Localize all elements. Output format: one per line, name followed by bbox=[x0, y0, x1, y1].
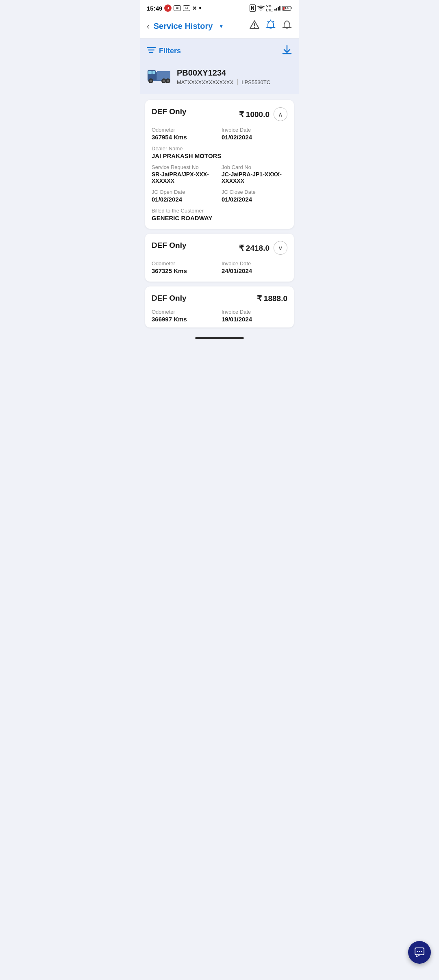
invoice-date-label: Invoice Date bbox=[222, 127, 287, 133]
job-card-field: Job Card No JC-JaiPRA-JP1-XXXX-XXXXXX bbox=[222, 164, 287, 184]
bottom-bar bbox=[140, 333, 299, 343]
dealer-value: JAI PRAKASH MOTORS bbox=[152, 152, 287, 159]
billed-to-field: Billed to the Customer GENERIC ROADWAY bbox=[152, 208, 287, 221]
odometer-label: Odometer bbox=[152, 260, 217, 267]
invoice-date-value: 01/02/2024 bbox=[222, 134, 287, 141]
page-title: Service History bbox=[154, 22, 213, 31]
invoice-date-label: Invoice Date bbox=[222, 260, 287, 267]
card-details: Odometer 366997 Kms Invoice Date 19/01/2… bbox=[152, 309, 287, 323]
sr-no-label: Service Request No bbox=[152, 164, 217, 170]
svg-line-4 bbox=[273, 21, 274, 22]
invoice-date-field: Invoice Date 24/01/2024 bbox=[222, 260, 287, 274]
odometer-field: Odometer 366997 Kms bbox=[152, 309, 217, 323]
odometer-label: Odometer bbox=[152, 309, 217, 315]
dealer-field: Dealer Name JAI PRAKASH MOTORS bbox=[152, 145, 287, 159]
card-title: DEF Only bbox=[152, 294, 187, 303]
odometer-field: Odometer 367954 Kms bbox=[152, 127, 217, 141]
odometer-value: 367954 Kms bbox=[152, 134, 217, 141]
signal-icon bbox=[274, 6, 280, 11]
dot-icon: • bbox=[199, 4, 201, 12]
card-title: DEF Only bbox=[152, 107, 187, 116]
grid-icon-2: ⊟ bbox=[183, 5, 190, 11]
svg-point-22 bbox=[167, 80, 169, 82]
jc-close-field: JC Close Date 01/02/2024 bbox=[222, 189, 287, 203]
grid-icon-1: ⊞ bbox=[174, 5, 181, 11]
svg-point-20 bbox=[163, 80, 165, 82]
svg-line-3 bbox=[267, 21, 269, 22]
jc-close-label: JC Close Date bbox=[222, 189, 287, 195]
svg-rect-14 bbox=[148, 71, 152, 74]
billed-to-value: GENERIC ROADWAY bbox=[152, 215, 287, 221]
filter-bar: Filters bbox=[140, 39, 299, 62]
warning-icon[interactable] bbox=[249, 20, 260, 32]
card-amount: ₹ 1000.0 bbox=[239, 110, 269, 119]
vehicle-separator: | bbox=[237, 78, 238, 86]
jio-icon: J bbox=[164, 4, 172, 12]
nfc-icon: N bbox=[250, 4, 256, 12]
invoice-date-field: Invoice Date 19/01/2024 bbox=[222, 309, 287, 323]
download-button[interactable] bbox=[282, 44, 292, 57]
svg-point-18 bbox=[150, 80, 152, 82]
card-amount: ₹ 2418.0 bbox=[239, 243, 269, 253]
x-icon: ✕ bbox=[192, 5, 197, 11]
card-title: DEF Only bbox=[152, 241, 187, 250]
dealer-label: Dealer Name bbox=[152, 145, 287, 152]
vehicle-info: PB00XY1234 MATXXXXXXXXXXXXX | LPS5530TC bbox=[177, 68, 270, 86]
back-button[interactable]: ‹ bbox=[147, 22, 150, 31]
alert-bell-icon[interactable] bbox=[265, 20, 276, 33]
sr-no-field: Service Request No SR-JaiPRA/JPX-XXX-XXX… bbox=[152, 164, 217, 184]
wifi-icon bbox=[257, 5, 265, 11]
vehicle-icon bbox=[147, 66, 171, 88]
svg-rect-15 bbox=[152, 71, 155, 74]
vehicle-vin: MATXXXXXXXXXXXXX bbox=[177, 79, 233, 85]
service-card: DEF Only ₹ 2418.0 ∨ Odometer 367325 Kms … bbox=[145, 234, 294, 282]
invoice-date-field: Invoice Date 01/02/2024 bbox=[222, 127, 287, 141]
volte-icon: VOLTE bbox=[266, 4, 273, 12]
job-card-label: Job Card No bbox=[222, 164, 287, 170]
job-card-value: JC-JaiPRA-JP1-XXXX-XXXXXX bbox=[222, 171, 287, 184]
odometer-field: Odometer 367325 Kms bbox=[152, 260, 217, 274]
status-bar: 15:49 J ⊞ ⊟ ✕ • N VOLTE 14 bbox=[140, 0, 299, 15]
invoice-date-value: 24/01/2024 bbox=[222, 267, 287, 274]
service-card: DEF Only ₹ 1888.0 Odometer 366997 Kms In… bbox=[145, 286, 294, 327]
vehicle-plate: PB00XY1234 bbox=[177, 68, 270, 78]
invoice-date-value: 19/01/2024 bbox=[222, 316, 287, 323]
expand-button[interactable]: ∨ bbox=[274, 241, 287, 255]
odometer-value: 366997 Kms bbox=[152, 316, 217, 323]
service-list: DEF Only ₹ 1000.0 ∧ Odometer 367954 Kms … bbox=[140, 94, 299, 333]
vehicle-model: LPS5530TC bbox=[241, 79, 270, 85]
odometer-label: Odometer bbox=[152, 127, 217, 133]
svg-point-0 bbox=[261, 10, 261, 11]
status-time: 15:49 bbox=[147, 5, 162, 12]
billed-to-label: Billed to the Customer bbox=[152, 208, 287, 214]
collapse-button[interactable]: ∧ bbox=[274, 107, 287, 121]
card-details: Odometer 367325 Kms Invoice Date 24/01/2… bbox=[152, 260, 287, 274]
jc-open-label: JC Open Date bbox=[152, 189, 217, 195]
jc-open-field: JC Open Date 01/02/2024 bbox=[152, 189, 217, 203]
card-details: Odometer 367954 Kms Invoice Date 01/02/2… bbox=[152, 127, 287, 221]
battery-icon: 14 bbox=[282, 6, 292, 11]
bell-icon[interactable] bbox=[282, 20, 292, 33]
invoice-date-label: Invoice Date bbox=[222, 309, 287, 315]
service-card: DEF Only ₹ 1000.0 ∧ Odometer 367954 Kms … bbox=[145, 100, 294, 229]
filter-label[interactable]: Filters bbox=[159, 47, 181, 55]
header: ‹ Service History ▼ bbox=[140, 15, 299, 39]
sr-no-value: SR-JaiPRA/JPX-XXX-XXXXXX bbox=[152, 171, 217, 184]
dropdown-icon[interactable]: ▼ bbox=[218, 23, 224, 29]
filter-icon[interactable] bbox=[147, 46, 156, 56]
svg-point-2 bbox=[254, 27, 255, 28]
odometer-value: 367325 Kms bbox=[152, 267, 217, 274]
home-indicator bbox=[195, 337, 244, 339]
jc-close-value: 01/02/2024 bbox=[222, 196, 287, 203]
card-amount: ₹ 1888.0 bbox=[257, 294, 287, 303]
jc-open-value: 01/02/2024 bbox=[152, 196, 217, 203]
vehicle-card: PB00XY1234 MATXXXXXXXXXXXXX | LPS5530TC bbox=[140, 62, 299, 94]
